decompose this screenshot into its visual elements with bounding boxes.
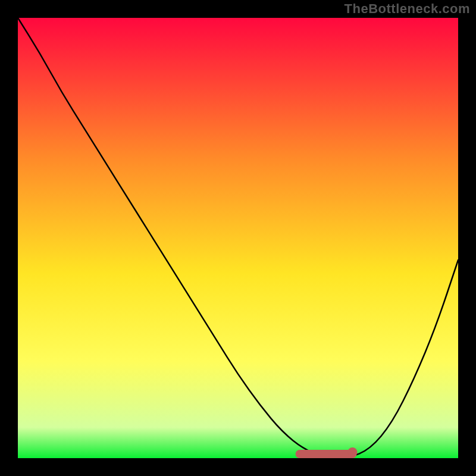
chart-svg [0, 0, 476, 476]
plot-background [18, 18, 458, 458]
watermark-text: TheBottleneck.com [345, 1, 470, 17]
optimal-point-dot [347, 447, 357, 457]
chart-frame: TheBottleneck.com [0, 0, 476, 476]
